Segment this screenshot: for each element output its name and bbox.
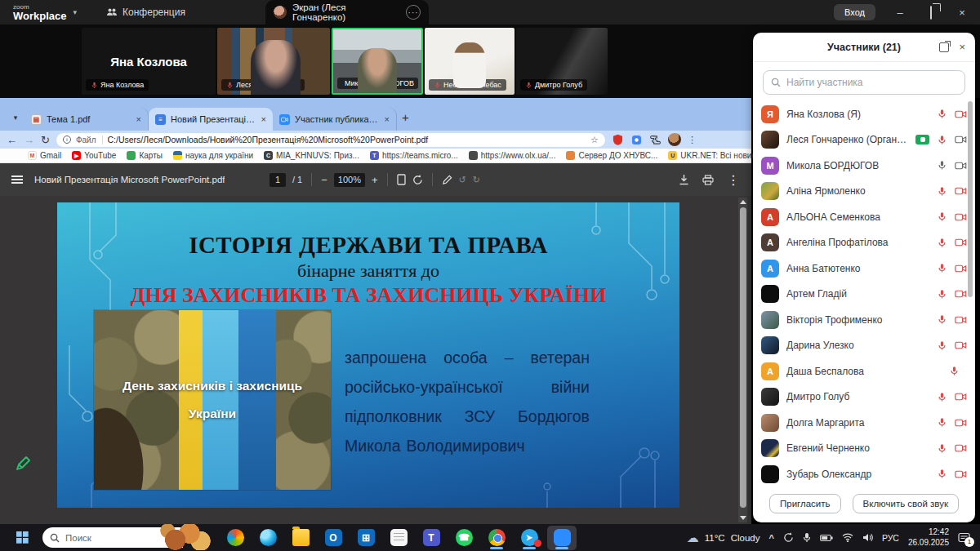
popout-icon[interactable] — [939, 42, 949, 52]
taskbar-app[interactable] — [482, 526, 511, 550]
zoom-out-button[interactable]: − — [321, 174, 327, 186]
battery-icon[interactable] — [820, 534, 833, 542]
page-number-input[interactable]: 1 — [270, 173, 286, 187]
taskbar-app[interactable]: O — [318, 526, 348, 550]
wifi-icon[interactable] — [842, 533, 853, 542]
print-icon[interactable] — [702, 175, 714, 185]
participant-row[interactable]: Аліна Ярмоленко — [761, 179, 967, 205]
taskbar-app[interactable] — [547, 526, 577, 550]
participant-row[interactable]: Артем Гладій — [761, 282, 967, 308]
taskbar-search-input[interactable] — [65, 533, 176, 543]
participant-row[interactable]: А Даша Беспалова — [761, 358, 967, 384]
annotation-pencil-icon[interactable] — [15, 455, 31, 472]
taskbar-app[interactable] — [220, 526, 250, 550]
restore-button[interactable] — [924, 7, 938, 19]
close-button[interactable]: × — [956, 7, 969, 19]
scroll-up-arrow[interactable] — [740, 200, 746, 204]
clock[interactable]: 12:42 26.09.2025 — [908, 527, 949, 548]
video-tile[interactable]: Леся Гончаренко » — [217, 28, 330, 95]
notification-center[interactable]: 1 — [958, 532, 970, 544]
taskbar-app[interactable]: ☎ — [449, 526, 479, 550]
bookmark-star-icon[interactable]: ☆ — [590, 135, 599, 145]
browser-tab[interactable]: ≡ Новий Презентація Microsoft × — [149, 108, 273, 131]
close-panel-icon[interactable]: × — [959, 41, 965, 53]
participants-scrollbar[interactable] — [968, 101, 973, 297]
tab-close-icon[interactable]: × — [136, 114, 141, 124]
video-tile[interactable]: Микола БОРДЮГОВ — [332, 28, 423, 95]
download-icon[interactable] — [679, 174, 689, 185]
pdf-more-icon[interactable]: ⋮ — [727, 172, 740, 188]
participant-row[interactable]: А АЛЬОНА Семенкова — [761, 204, 967, 230]
browser-menu-icon[interactable]: ⋮ — [688, 135, 697, 145]
participant-row[interactable]: Я Яна Козлова (Я) — [761, 101, 967, 127]
zoom-level[interactable]: 100% — [334, 173, 365, 187]
bookmark-item[interactable]: ▶ YouTube — [72, 151, 116, 160]
bookmark-item[interactable]: U UKR.NET: Всі новин... — [668, 151, 763, 160]
bookmark-item[interactable]: T https://teams.micro... — [370, 151, 458, 160]
participant-row[interactable]: А Ангеліна Профатілова — [761, 230, 967, 256]
more-options-icon[interactable]: ··· — [406, 5, 421, 20]
tab-search-icon[interactable]: ▾ — [7, 109, 24, 127]
mic-tray-icon[interactable] — [803, 532, 811, 543]
minimize-button[interactable]: – — [893, 7, 906, 19]
participant-row[interactable]: Леся Гончаренко (Организатор) — [761, 127, 967, 153]
bookmark-item[interactable]: Карты — [127, 151, 163, 160]
search-input[interactable] — [786, 77, 957, 88]
taskbar-app[interactable]: ⊞ — [351, 526, 381, 550]
browser-tab[interactable]: ▤ Тема 1.pdf × — [24, 108, 149, 131]
bookmark-item[interactable]: Сервер ДО ХНУВС... — [566, 151, 657, 160]
start-button[interactable] — [10, 527, 34, 549]
participant-row[interactable]: Зубарь Олександр — [761, 461, 967, 485]
participant-row[interactable]: Дарина Улезко — [761, 333, 967, 359]
url-field[interactable]: i Файл C:/Users/Леся/Downloads/Новий%20П… — [56, 133, 605, 147]
browser-tab[interactable]: Участник публикации - Zoom × — [273, 108, 397, 131]
participant-search[interactable] — [763, 70, 965, 95]
bookmark-item[interactable]: наука для україни — [173, 151, 253, 160]
weather-widget[interactable]: ☁ 11°C Cloudy — [687, 531, 760, 545]
forward-button[interactable]: → — [24, 134, 34, 146]
url-text[interactable]: C:/Users/Леся/Downloads/Новий%20Презента… — [108, 135, 586, 144]
taskbar-app[interactable] — [286, 526, 315, 550]
unmute-button[interactable]: Включить свой звук — [853, 494, 959, 513]
bookmark-item[interactable]: https://www.olx.ua/... — [469, 151, 556, 160]
profile-avatar[interactable] — [668, 133, 681, 146]
tray-chevron-icon[interactable]: ^ — [768, 533, 773, 543]
fit-page-icon[interactable] — [397, 174, 406, 185]
scroll-down-arrow[interactable] — [740, 516, 746, 520]
info-icon[interactable]: i — [63, 136, 71, 144]
participant-row[interactable]: Евгений Черненко — [761, 436, 967, 462]
taskbar-search[interactable] — [42, 527, 183, 548]
bookmark-item[interactable]: C MIA_KHNUVS: Приз... — [264, 151, 359, 160]
scrollbar-thumb[interactable] — [740, 207, 746, 508]
extension-blue-icon[interactable] — [630, 134, 643, 146]
participant-row[interactable]: Вікторія Трофименко — [761, 307, 967, 333]
chevron-down-icon[interactable]: ▾ — [74, 8, 78, 16]
back-button[interactable]: ← — [7, 134, 17, 146]
participant-row[interactable]: Дмитро Голуб — [761, 384, 967, 411]
tab-close-icon[interactable]: × — [261, 114, 266, 124]
tab-screen-share[interactable]: Экран (Леся Гончаренко) ··· — [265, 0, 429, 24]
video-tile[interactable]: Неоніла Кинебас — [425, 28, 514, 95]
language-indicator[interactable]: РУС — [882, 533, 899, 543]
invite-button[interactable]: Пригласить — [769, 494, 841, 513]
menu-icon[interactable] — [11, 176, 23, 184]
bookmark-item[interactable]: M Gmail — [28, 151, 61, 160]
participant-row[interactable]: А Анна Батютенко — [761, 256, 967, 282]
new-tab-button[interactable]: + — [402, 110, 409, 124]
zoom-in-button[interactable]: + — [372, 174, 378, 186]
taskbar-app[interactable] — [253, 526, 283, 550]
pdf-scrollbar[interactable] — [738, 198, 747, 522]
taskbar-app[interactable]: ➤ — [514, 526, 544, 550]
video-tile[interactable]: Яна Козлова Яна Козлова — [82, 28, 216, 95]
taskbar-app[interactable]: T — [416, 526, 446, 550]
rotate-icon[interactable] — [412, 175, 423, 185]
tab-close-icon[interactable]: × — [385, 114, 390, 124]
reload-button[interactable]: ↻ — [41, 134, 50, 146]
annotate-icon[interactable] — [442, 175, 452, 185]
taskbar-app[interactable] — [384, 526, 413, 550]
search-daily-image[interactable] — [160, 524, 211, 550]
extensions-puzzle-icon[interactable] — [649, 134, 662, 146]
adblock-extension-icon[interactable] — [612, 134, 624, 146]
login-button[interactable]: Вход — [834, 4, 875, 20]
update-icon[interactable] — [783, 532, 794, 543]
